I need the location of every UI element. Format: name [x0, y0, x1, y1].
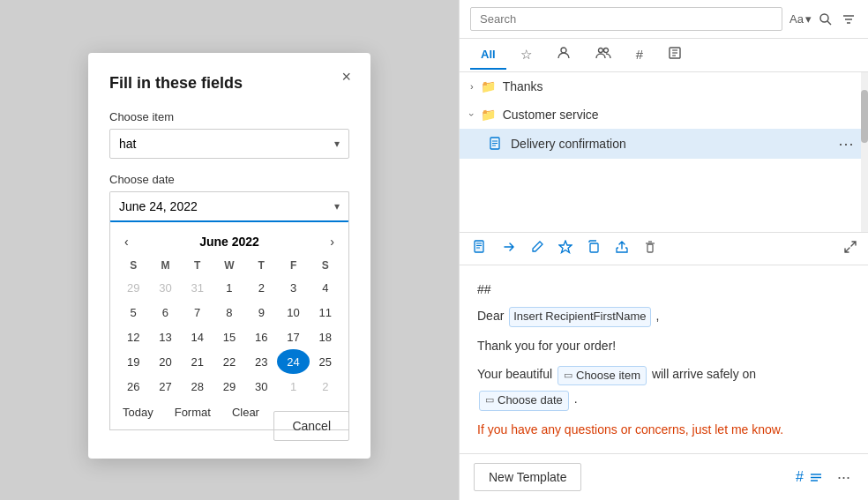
folder-customer-service-label: Customer service — [503, 108, 599, 122]
svg-rect-22 — [647, 244, 653, 252]
calendar-day[interactable]: 28 — [182, 374, 213, 399]
calendar-day[interactable]: 19 — [117, 349, 149, 374]
item-field-label: Choose item — [109, 110, 349, 123]
filter-icon — [842, 12, 856, 26]
item-tag-label: Choose item — [576, 367, 640, 385]
calendar-day[interactable]: 4 — [310, 275, 341, 300]
calendar-day[interactable]: 20 — [149, 349, 181, 374]
calendar-day[interactable]: 24 — [277, 349, 309, 374]
calendar-next-button[interactable]: › — [325, 233, 340, 250]
text-size-control[interactable]: Aa ▾ — [789, 12, 812, 26]
recipient-tag[interactable]: Insert RecipientFirstName — [509, 307, 650, 327]
calendar-day[interactable]: 18 — [310, 325, 341, 349]
calendar-day[interactable]: 1 — [213, 275, 245, 300]
today-button[interactable]: Today — [119, 404, 157, 421]
calendar-day[interactable]: 29 — [117, 275, 149, 300]
modal-close-button[interactable]: × — [336, 67, 356, 86]
date-dropdown[interactable]: June 24, 2022 ▾ — [109, 191, 349, 222]
day-header-fri: F — [277, 257, 309, 275]
delete-button[interactable] — [640, 238, 661, 259]
calendar-day[interactable]: 2 — [245, 275, 277, 300]
calendar-day[interactable]: 13 — [149, 325, 181, 349]
search-controls: Aa ▾ — [789, 10, 857, 29]
new-template-button[interactable]: New Template — [474, 463, 581, 491]
template-delivery-confirmation[interactable]: Delivery confirmation ⋯ — [460, 129, 868, 159]
tab-template[interactable] — [657, 39, 692, 71]
calendar-day[interactable]: 30 — [149, 275, 181, 300]
filter-icon-button[interactable] — [840, 10, 857, 29]
calendar-day[interactable]: 7 — [182, 300, 213, 325]
expand-button[interactable] — [843, 240, 857, 257]
questions-text: If you have any questions or concerns, j… — [477, 422, 783, 437]
pencil-edit-button[interactable] — [527, 238, 548, 259]
template-delivery-confirmation-label: Delivery confirmation — [511, 137, 827, 151]
svg-point-0 — [820, 14, 828, 22]
calendar-day[interactable]: 25 — [310, 349, 341, 374]
tab-all[interactable]: All — [470, 41, 506, 70]
svg-point-5 — [561, 48, 566, 53]
tag-box-icon: ▭ — [485, 392, 494, 408]
calendar-day[interactable]: 22 — [213, 349, 245, 374]
bottom-more-button[interactable]: ··· — [834, 468, 854, 487]
template-list: › 📁 Thanks › 📁 Customer service Delivery… — [460, 72, 868, 232]
calendar-day[interactable]: 30 — [245, 374, 277, 399]
template-more-button[interactable]: ⋯ — [834, 136, 857, 152]
copy-button[interactable] — [583, 238, 604, 259]
edit-template-icon-button[interactable] — [470, 238, 491, 259]
calendar-day[interactable]: 17 — [277, 325, 309, 349]
insert-button[interactable] — [498, 238, 520, 259]
calendar-day[interactable]: 23 — [245, 349, 277, 374]
fill-fields-modal: Fill in these fields × Choose item hat ▾… — [88, 53, 370, 459]
folder-thanks[interactable]: › 📁 Thanks — [460, 72, 868, 101]
star-button[interactable] — [555, 238, 576, 259]
group-icon — [595, 46, 611, 63]
share-button[interactable] — [611, 238, 632, 259]
calendar-day[interactable]: 11 — [310, 300, 341, 325]
star-icon: ☆ — [520, 47, 532, 63]
calendar-day[interactable]: 27 — [149, 374, 181, 399]
item-tag[interactable]: ▭ Choose item — [557, 366, 647, 386]
date-value: June 24, 2022 — [119, 199, 198, 213]
calendar-day[interactable]: 15 — [213, 325, 245, 349]
calendar-day[interactable]: 14 — [182, 325, 213, 349]
search-input[interactable] — [470, 7, 782, 31]
calendar-day[interactable]: 16 — [245, 325, 277, 349]
calendar-day[interactable]: 5 — [117, 300, 149, 325]
tab-favorites[interactable]: ☆ — [510, 40, 542, 71]
preview-hash: ## — [477, 280, 850, 299]
tab-personal[interactable] — [546, 39, 581, 71]
calendar-day[interactable]: 1 — [277, 374, 309, 399]
calendar-day[interactable]: 10 — [277, 300, 309, 325]
cancel-button[interactable]: Cancel — [273, 411, 349, 441]
calendar-day[interactable]: 31 — [182, 275, 213, 300]
clear-button[interactable]: Clear — [228, 404, 263, 421]
calendar-day[interactable]: 12 — [117, 325, 149, 349]
scrollbar-track[interactable] — [861, 72, 868, 232]
calendar-day[interactable]: 2 — [310, 374, 341, 399]
day-header-mon: M — [149, 257, 181, 275]
preview-item-line: Your beautiful ▭ Choose item will arrive… — [477, 364, 850, 385]
search-icon-button[interactable] — [817, 10, 834, 29]
scrollbar-thumb[interactable] — [861, 90, 868, 143]
tab-hash[interactable]: # — [625, 40, 654, 71]
calendar-day[interactable]: 26 — [117, 374, 149, 399]
calendar-day[interactable]: 21 — [182, 349, 213, 374]
tab-group[interactable] — [585, 39, 622, 71]
format-button[interactable]: Format — [171, 404, 214, 421]
calendar-day[interactable]: 3 — [277, 275, 309, 300]
dear-text: Dear — [477, 309, 504, 323]
item-dropdown[interactable]: hat ▾ — [109, 129, 349, 159]
folder-customer-service[interactable]: › 📁 Customer service — [460, 101, 868, 129]
tab-all-label: All — [481, 48, 496, 61]
calendar-day[interactable]: 8 — [213, 300, 245, 325]
calendar-day[interactable]: 6 — [149, 300, 181, 325]
bottom-bar: New Template # ··· — [460, 453, 868, 500]
left-background: Fill in these fields × Choose item hat ▾… — [0, 0, 459, 500]
calendar-prev-button[interactable]: ‹ — [119, 233, 134, 250]
calendar-day[interactable]: 29 — [213, 374, 245, 399]
preview-questions: If you have any questions or concerns, j… — [477, 420, 850, 439]
date-tag[interactable]: ▭ Choose date — [479, 391, 569, 411]
day-header-tue: T — [182, 257, 213, 275]
calendar-day[interactable]: 9 — [245, 300, 277, 325]
folder-open-icon: 📁 — [481, 108, 496, 122]
